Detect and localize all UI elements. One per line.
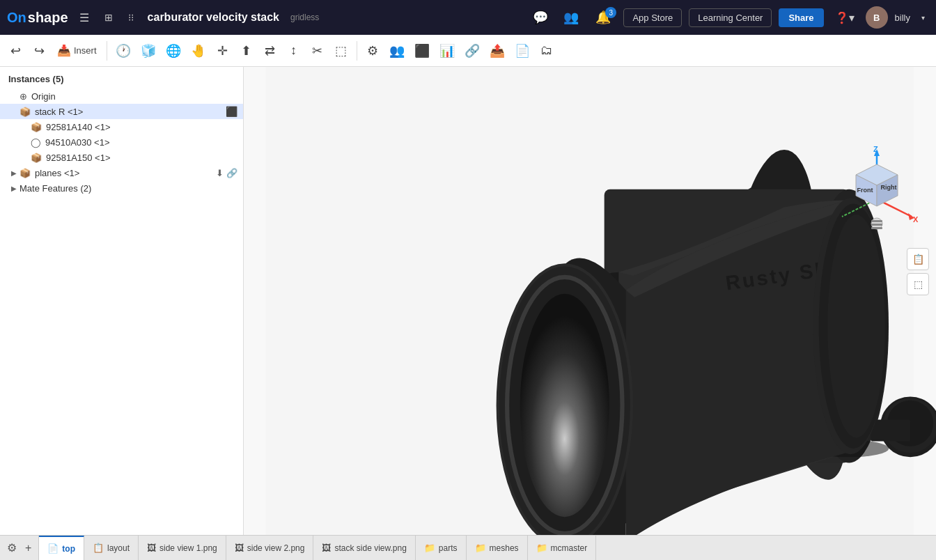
tool-users[interactable]: 👥 xyxy=(385,40,409,62)
tab-mcmaster-icon: 📁 xyxy=(536,543,547,553)
part3-icon: 📦 xyxy=(31,153,42,163)
stack-r-icon: 📦 xyxy=(20,107,31,117)
help-button[interactable]: ❓▾ xyxy=(831,8,859,27)
tool-transform[interactable]: ⇄ xyxy=(259,40,281,62)
bottom-tabs: ⚙ + 📄 top 📋 layout 🖼 side view 1.png 🖼 s… xyxy=(0,535,936,560)
tab-sv2-icon: 🖼 xyxy=(235,543,244,553)
sidebar-item-part2[interactable]: ◯ 94510A030 <1> xyxy=(0,134,243,150)
tab-top-icon: 📄 xyxy=(47,543,58,554)
sidebar-item-part3[interactable]: 📦 92581A150 <1> xyxy=(0,150,243,165)
tab-layout[interactable]: 📋 layout xyxy=(84,536,139,560)
tab-mcmaster[interactable]: 📁 mcmaster xyxy=(528,536,597,560)
svg-rect-34 xyxy=(871,220,882,222)
svg-text:Front: Front xyxy=(857,187,873,194)
tool-hand[interactable]: 🤚 xyxy=(187,40,210,62)
apps-button[interactable]: ⊞ xyxy=(100,9,117,26)
logo[interactable]: Onshape xyxy=(7,10,68,26)
tool-scale[interactable]: ↕ xyxy=(283,40,305,62)
add-tab-button[interactable]: + xyxy=(22,539,34,557)
bottom-left-buttons: ⚙ + xyxy=(0,536,39,560)
tool-folder[interactable]: 🗂 xyxy=(536,40,558,62)
user-name[interactable]: billy xyxy=(895,13,910,23)
sidebar-item-origin[interactable]: ⊕ Origin xyxy=(0,88,243,104)
stack-r-expander xyxy=(8,106,20,117)
avatar[interactable]: B xyxy=(866,6,888,29)
sidebar-item-stack-r[interactable]: 📦 stack R <1> ⬛ xyxy=(0,104,243,119)
planes-label: planes <1> xyxy=(35,168,216,178)
logo-text2: shape xyxy=(28,10,68,26)
tab-top-label: top xyxy=(62,544,75,554)
svg-rect-35 xyxy=(871,224,882,226)
tool-settings[interactable]: ⚙ xyxy=(361,40,384,62)
tab-stack-side-view[interactable]: 🖼 stack side view.png xyxy=(313,536,415,560)
part2-icon: ◯ xyxy=(31,137,41,148)
sidebar: Instances (5) ⊕ Origin 📦 stack R <1> ⬛ 📦… xyxy=(0,67,244,535)
origin-icon: ⊕ xyxy=(20,91,27,102)
tool-lines[interactable]: ⬛ xyxy=(410,40,434,62)
planes-action1[interactable]: ⬇ xyxy=(216,168,224,178)
part1-icon: 📦 xyxy=(31,122,42,132)
tab-side-view-2[interactable]: 🖼 side view 2.png xyxy=(226,536,314,560)
doc-subtitle: gridless xyxy=(290,13,319,22)
notes-button[interactable]: 📋 xyxy=(907,248,929,270)
config-button[interactable]: ⁝⁝ xyxy=(124,9,138,26)
insert-label: Insert xyxy=(74,45,97,56)
sidebar-item-mate-features[interactable]: ▶ Mate Features (2) xyxy=(0,180,243,196)
tab-parts-icon: 📁 xyxy=(424,543,435,553)
tool-link[interactable]: 🔗 xyxy=(460,40,484,62)
menu-button[interactable]: ☰ xyxy=(75,8,93,27)
instances-header: Instances (5) xyxy=(0,67,243,88)
tool-explode[interactable]: 🌐 xyxy=(162,40,185,62)
tool-move[interactable]: ✛ xyxy=(212,40,234,62)
tool-history[interactable]: 🕐 xyxy=(111,40,135,62)
stack-r-label: stack R <1> xyxy=(35,107,226,117)
learning-center-button[interactable]: Learning Center xyxy=(689,8,772,27)
stack-r-action[interactable]: ⬛ xyxy=(226,106,237,117)
tool-rotate[interactable]: ⬆ xyxy=(235,40,258,62)
planes-expander[interactable]: ▶ xyxy=(8,167,20,178)
toolbar-separator-1 xyxy=(107,41,107,61)
svg-text:X: X xyxy=(913,215,919,224)
main-area: Instances (5) ⊕ Origin 📦 stack R <1> ⬛ 📦… xyxy=(0,67,936,535)
tab-ssv-label: stack side view.png xyxy=(334,543,406,553)
header: Onshape ☰ ⊞ ⁝⁝ carburator velocity stack… xyxy=(0,0,936,35)
svg-text:Right: Right xyxy=(881,184,897,191)
tool-chart[interactable]: 📊 xyxy=(435,40,459,62)
tool-3d[interactable]: 🧊 xyxy=(136,40,160,62)
tool-document[interactable]: 📄 xyxy=(510,40,534,62)
notification-button[interactable]: 🔔 3 xyxy=(590,7,616,28)
tab-side-view-1[interactable]: 🖼 side view 1.png xyxy=(139,536,226,560)
tab-mcmaster-label: mcmaster xyxy=(551,543,588,553)
insert-icon: 📥 xyxy=(57,44,71,57)
settings-tab-button[interactable]: ⚙ xyxy=(4,538,20,557)
tool-pattern[interactable]: ⬚ xyxy=(330,40,352,62)
origin-label: Origin xyxy=(31,91,237,102)
user-menu-button[interactable]: ▾ xyxy=(917,11,929,24)
collab-button[interactable]: 👥 xyxy=(559,7,583,28)
toolbar: ↩ ↪ 📥 Insert 🕐 🧊 🌐 🤚 ✛ ⬆ ⇄ ↕ ✂ ⬚ ⚙ 👥 ⬛ 📊… xyxy=(0,35,936,67)
viewport[interactable]: Rusty Shed Z xyxy=(244,67,936,535)
tab-parts[interactable]: 📁 parts xyxy=(416,536,467,560)
chat-button[interactable]: 💬 xyxy=(529,7,552,28)
right-panel: 📋 ⬚ xyxy=(907,248,929,295)
part2-expander xyxy=(20,137,31,148)
planes-action2[interactable]: 🔗 xyxy=(226,168,237,178)
part3-label: 92581A150 <1> xyxy=(46,153,237,163)
tool-cut[interactable]: ✂ xyxy=(306,40,329,62)
tab-ssv-icon: 🖼 xyxy=(322,543,331,553)
mate-features-expander[interactable]: ▶ xyxy=(8,182,20,194)
tab-sv1-label: side view 1.png xyxy=(159,543,217,553)
insert-button[interactable]: 📥 Insert xyxy=(52,41,102,60)
sidebar-item-part1[interactable]: 📦 92581A140 <1> xyxy=(0,119,243,134)
views-button[interactable]: ⬚ xyxy=(907,273,929,295)
sidebar-item-planes[interactable]: ▶ 📦 planes <1> ⬇ 🔗 xyxy=(0,165,243,180)
tool-export[interactable]: 📤 xyxy=(485,40,509,62)
tab-meshes[interactable]: 📁 meshes xyxy=(467,536,528,560)
undo-button[interactable]: ↩ xyxy=(4,40,26,62)
app-store-button[interactable]: App Store xyxy=(623,8,682,27)
orientation-cube[interactable]: Z X Front Right xyxy=(832,143,922,234)
share-button[interactable]: Share xyxy=(779,8,823,27)
tab-top[interactable]: 📄 top xyxy=(39,536,84,560)
svg-rect-36 xyxy=(871,227,882,229)
redo-button[interactable]: ↪ xyxy=(28,40,50,62)
